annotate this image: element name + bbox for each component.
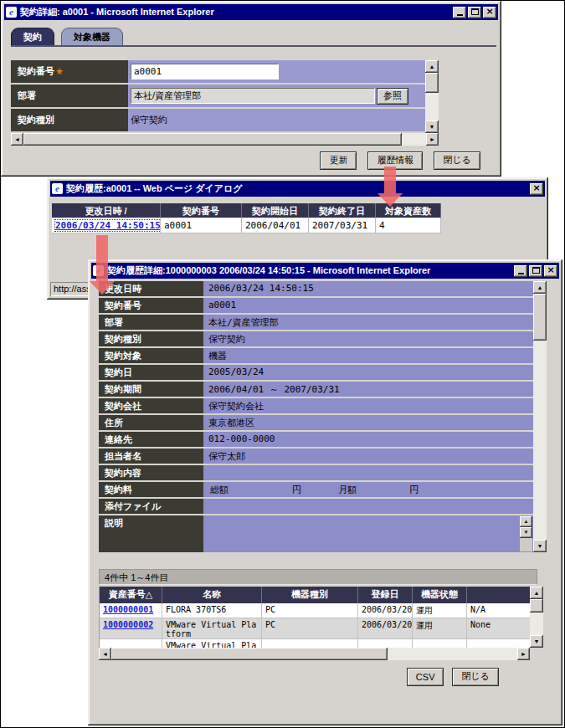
scroll-up-icon[interactable]: ▲	[520, 516, 532, 527]
titlebar-contract-detail[interactable]: e 契約詳細: a0001 - Microsoft Internet Explo…	[4, 4, 498, 20]
cell-device-type: PC	[262, 618, 358, 639]
description-textarea[interactable]: ▲ ▼	[203, 515, 533, 552]
detail-value: 保守契約	[203, 331, 533, 346]
department-input[interactable]	[131, 88, 375, 104]
scroll-left-icon[interactable]: ◄	[99, 648, 111, 660]
scrollbar-corner	[530, 648, 543, 660]
history-detail-link[interactable]: 2006/03/24 14:50:15	[55, 220, 161, 231]
scroll-right-icon[interactable]: ►	[517, 648, 530, 660]
csv-button[interactable]: CSV	[407, 668, 444, 686]
scroll-up-icon[interactable]: ▲	[530, 587, 543, 599]
history-table-row: 2006/03/24 14:50:15 a0001 2006/04/01 200…	[52, 218, 441, 233]
detail-vertical-scrollbar[interactable]: ▲ ▼	[533, 281, 547, 552]
close-icon[interactable]: ×	[530, 183, 543, 195]
col-header-end-date[interactable]: 契約終了日	[309, 203, 376, 218]
scrollbar-thumb[interactable]	[533, 294, 547, 341]
window-contract-history-detail: e 契約履歴詳細:1000000003 2006/03/24 14:50:15 …	[88, 259, 562, 725]
detail-row: 更改日時 2006/03/24 14:50:15	[99, 281, 533, 296]
description-scrollbar[interactable]: ▲ ▼	[520, 516, 532, 551]
col-header-truncated[interactable]	[467, 587, 530, 603]
detail-value: 機器	[203, 348, 533, 363]
detail-value	[203, 465, 533, 480]
scrollbar-thumb[interactable]	[425, 73, 439, 93]
scroll-up-icon[interactable]: ▲	[425, 60, 439, 73]
scrollbar-track[interactable]	[402, 133, 426, 146]
asset-row-partial: VMware Virtual Platf	[100, 639, 530, 648]
fee-monthly-unit: 円	[409, 484, 419, 495]
cell-extra: N/A	[467, 603, 530, 618]
asset-link[interactable]: 1000000001	[103, 605, 153, 614]
contract-no-input[interactable]	[131, 64, 279, 79]
history-info-button[interactable]: 履歴情報	[367, 151, 423, 170]
close-button[interactable]: 閉じる	[452, 668, 499, 686]
minimize-icon[interactable]	[453, 7, 466, 18]
minimize-icon[interactable]	[514, 265, 527, 277]
tab-target-devices[interactable]: 対象機器	[61, 28, 123, 45]
col-header-asset-no[interactable]: 資産番号△	[100, 587, 162, 603]
asset-table-horizontal-scrollbar[interactable]: ◄ ►	[99, 648, 530, 660]
cell-name: VMware Virtual Platf	[162, 639, 262, 648]
scroll-down-icon[interactable]: ▼	[520, 527, 532, 538]
asset-table: 資産番号△ 名称 機器種別 登録日 機器状態 1000000001 FLORA …	[99, 587, 559, 660]
detail-row: 住所 東京都港区	[99, 415, 533, 430]
form-horizontal-scrollbar[interactable]: ◄ ►	[11, 133, 439, 146]
maximize-icon[interactable]	[529, 265, 542, 277]
scrollbar-track[interactable]	[530, 613, 543, 635]
col-header-device-type[interactable]: 機器種別	[262, 587, 358, 603]
cell-device-status: 運用	[413, 603, 467, 618]
col-header-name[interactable]: 名称	[162, 587, 262, 603]
col-header-start-date[interactable]: 契約開始日	[242, 203, 309, 218]
scrollbar-track[interactable]	[388, 648, 517, 660]
scrollbar-track[interactable]	[425, 93, 439, 120]
label-text: 契約番号	[18, 65, 54, 78]
scrollbar-thumb[interactable]	[530, 599, 543, 613]
close-icon[interactable]: ×	[544, 265, 557, 277]
scroll-right-icon[interactable]: ►	[426, 133, 439, 146]
tab-contract[interactable]: 契約	[11, 28, 54, 45]
detail-label: 契約番号	[99, 298, 203, 313]
titlebar-history-detail[interactable]: e 契約履歴詳細:1000000003 2006/03/24 14:50:15 …	[91, 263, 559, 279]
scroll-left-icon[interactable]: ◄	[11, 133, 23, 146]
cell-asset-count: 4	[376, 218, 441, 233]
detail-row: 契約期間 2006/04/01 ～ 2007/03/31	[99, 382, 533, 397]
fee-total-unit: 円	[292, 484, 301, 495]
form-row-department: 部署 参照	[11, 85, 425, 107]
form-vertical-scrollbar[interactable]: ▲ ▼	[425, 60, 439, 133]
browse-button[interactable]: 参照	[377, 88, 408, 105]
col-header-asset-count[interactable]: 対象資産数	[376, 203, 441, 218]
asset-link[interactable]: 1000000002	[103, 620, 153, 629]
detail-label: 契約期間	[99, 382, 203, 397]
col-header-modified[interactable]: 更改日時 /	[52, 203, 161, 218]
scrollbar-thumb[interactable]	[111, 648, 388, 660]
col-header-contract-no[interactable]: 契約番号	[161, 203, 242, 218]
detail-label: 部署	[99, 315, 203, 330]
cell-device-type	[262, 639, 358, 648]
cell-extra: None	[467, 618, 530, 639]
internet-explorer-icon: e	[93, 265, 104, 276]
update-button[interactable]: 更新	[320, 151, 357, 170]
required-star-icon: ★	[55, 66, 64, 77]
scrollbar-track[interactable]	[533, 341, 547, 540]
cell-name: VMware Virtual Platform	[162, 618, 262, 639]
contract-type-value: 保守契約	[128, 109, 425, 131]
detail-row-description: 説明 ▲ ▼	[99, 515, 533, 552]
detail-label: 更改日時	[99, 281, 203, 296]
col-header-reg-date[interactable]: 登録日	[358, 587, 413, 603]
scrollbar-thumb[interactable]	[23, 133, 402, 146]
scroll-down-icon[interactable]: ▼	[530, 635, 543, 648]
scroll-down-icon[interactable]: ▼	[533, 540, 547, 552]
asset-row: 1000000001 FLORA 370TS6 PC 2006/03/20 運用…	[100, 603, 530, 618]
titlebar-contract-history[interactable]: e 契約履歴:a0001 -- Web ページ ダイアログ ×	[50, 181, 545, 197]
window-title: 契約詳細: a0001 - Microsoft Internet Explore…	[20, 6, 449, 18]
close-button[interactable]: 閉じる	[434, 151, 480, 170]
scroll-up-icon[interactable]: ▲	[533, 281, 547, 294]
cell-modified: 2006/03/24 14:50:15	[52, 218, 161, 233]
col-header-device-status[interactable]: 機器状態	[413, 587, 467, 603]
contract-no-label: 契約番号★	[11, 60, 128, 83]
cell-reg-date: 2006/03/20	[358, 618, 413, 639]
scroll-down-icon[interactable]: ▼	[425, 120, 439, 133]
asset-table-vertical-scrollbar[interactable]: ▲ ▼	[530, 587, 543, 648]
close-icon[interactable]: ×	[483, 7, 496, 18]
maximize-icon[interactable]	[468, 7, 481, 18]
detail-label: 契約日	[99, 365, 203, 380]
